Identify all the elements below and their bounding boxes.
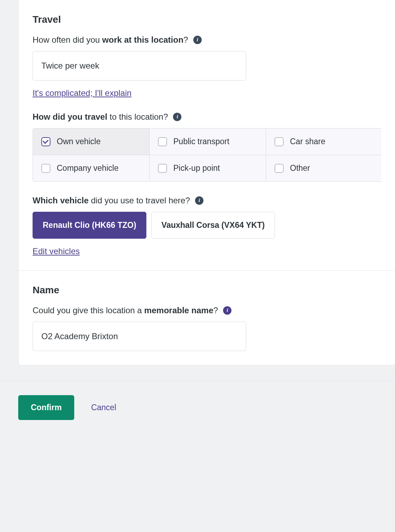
which-vehicle-label-bold: Which vehicle — [33, 196, 89, 205]
frequency-label-bold: work at this location — [102, 35, 183, 44]
travel-mode-label-post: to this location? — [107, 112, 168, 121]
vehicle-option-vauxhall[interactable]: Vauxhall Corsa (VX64 YKT) — [151, 212, 275, 239]
checkbox-icon — [275, 164, 284, 173]
vehicle-options-row: Renault Clio (HK66 TZO) Vauxhall Corsa (… — [33, 212, 381, 239]
travel-option-pickup-point[interactable]: Pick-up point — [150, 155, 266, 181]
travel-option-other[interactable]: Other — [266, 155, 381, 181]
which-vehicle-question: Which vehicle did you use to travel here… — [33, 196, 381, 205]
travel-heading: Travel — [33, 14, 381, 25]
name-heading: Name — [33, 285, 381, 296]
info-icon[interactable]: i — [193, 36, 202, 44]
travel-option-label: Pick-up point — [173, 163, 220, 173]
name-question-post: ? — [213, 306, 218, 315]
travel-option-public-transport[interactable]: Public transport — [150, 128, 266, 155]
travel-option-company-vehicle[interactable]: Company vehicle — [33, 155, 150, 181]
name-question: Could you give this location a memorable… — [33, 306, 381, 315]
form-card: Travel How often did you work at this lo… — [18, 0, 395, 365]
which-vehicle-label-post: did you use to travel here? — [89, 196, 190, 205]
frequency-block: How often did you work at this location?… — [33, 35, 381, 98]
travel-option-label: Other — [290, 163, 310, 173]
name-section: Name Could you give this location a memo… — [19, 271, 395, 365]
which-vehicle-block: Which vehicle did you use to travel here… — [33, 196, 381, 256]
travel-option-label: Car share — [290, 137, 325, 146]
travel-option-label: Public transport — [173, 137, 229, 146]
travel-option-car-share[interactable]: Car share — [266, 128, 381, 155]
info-icon[interactable]: i — [195, 196, 203, 205]
checkbox-icon — [158, 137, 167, 146]
info-icon[interactable]: i — [173, 113, 181, 121]
name-question-pre: Could you give this location a — [33, 306, 144, 315]
complicated-link[interactable]: It's complicated; I'll explain — [33, 88, 132, 98]
location-name-input[interactable] — [33, 322, 246, 351]
vehicle-option-renault[interactable]: Renault Clio (HK66 TZO) — [33, 212, 146, 239]
checkbox-icon — [275, 137, 284, 146]
frequency-input[interactable] — [33, 51, 246, 80]
travel-option-label: Own vehicle — [57, 137, 101, 146]
name-question-bold: memorable name — [144, 306, 213, 315]
confirm-button[interactable]: Confirm — [18, 395, 74, 420]
travel-mode-label-bold: How did you travel — [33, 112, 107, 121]
travel-option-own-vehicle[interactable]: Own vehicle — [33, 128, 150, 155]
edit-vehicles-link[interactable]: Edit vehicles — [33, 246, 80, 256]
frequency-question: How often did you work at this location?… — [33, 35, 381, 45]
info-icon[interactable]: i — [223, 306, 231, 315]
cancel-button[interactable]: Cancel — [91, 403, 116, 412]
checkbox-icon — [41, 164, 50, 173]
travel-mode-grid: Own vehicle Public transport Car share C… — [33, 128, 381, 182]
travel-mode-question: How did you travel to this location? i — [33, 112, 381, 122]
travel-mode-block: How did you travel to this location? i O… — [33, 112, 381, 182]
travel-option-label: Company vehicle — [57, 163, 118, 173]
frequency-label-post: ? — [183, 35, 188, 44]
checkbox-icon — [158, 164, 167, 173]
frequency-label-pre: How often did you — [33, 35, 102, 44]
travel-section: Travel How often did you work at this lo… — [19, 0, 395, 270]
footer-bar: Confirm Cancel — [0, 381, 395, 434]
checkbox-icon — [41, 137, 50, 146]
